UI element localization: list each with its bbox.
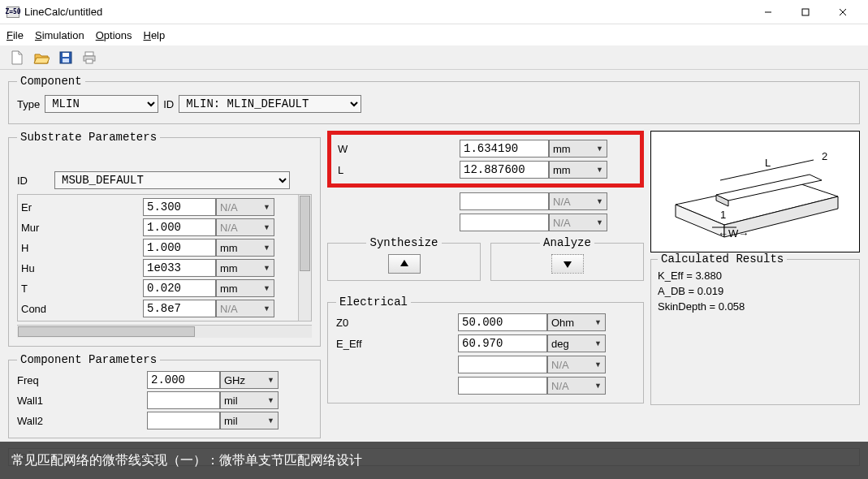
cp-unit-wall1[interactable]: mil▼ [220,391,279,409]
phys-unit-l[interactable]: mm▼ [549,161,607,179]
phys-value-w[interactable] [460,140,549,158]
elec-value-eeff[interactable] [458,334,547,352]
results-panel: Calculated Results K_Eff = 3.880 A_DB = … [650,259,860,405]
phys-name: L [338,164,460,176]
param-value-hu[interactable] [143,259,216,277]
elec-disabled-2 [458,377,547,395]
window-titlebar: Z=50 LineCalc/untitled [0,0,868,24]
analyze-button[interactable] [551,254,584,274]
param-unit-hu[interactable]: mm▼ [216,259,274,277]
microstrip-diagram: L 2 1 ←W→ [650,131,860,252]
substrate-id-label: ID [17,175,50,187]
phys-name: W [338,143,460,155]
component-id-select[interactable]: MLIN: MLIN_DEFAULT [179,95,361,113]
component-params-fieldset: Component Parameters Freq GHz▼ Wall1 mil… [8,353,321,438]
svg-rect-6 [63,58,69,63]
param-unit-mur[interactable]: N/A▼ [216,218,274,236]
substrate-vscroll[interactable] [298,195,311,321]
phys-unit-d2: N/A▼ [549,214,607,231]
analyze-fieldset: Analyze [490,236,644,281]
print-button[interactable] [80,47,101,68]
param-unit-er[interactable]: N/A▼ [216,198,274,216]
result-line: SkinDepth = 0.058 [658,300,853,313]
param-value-er[interactable] [143,198,216,216]
cp-value-freq[interactable] [147,371,220,389]
synthesize-button[interactable] [388,254,421,274]
window-title: LineCalc/untitled [24,6,749,18]
elec-unit-d2: N/A▼ [547,377,606,395]
svg-text:1: 1 [720,209,726,221]
menu-simulation[interactable]: Simulation [35,29,84,41]
substrate-hscroll[interactable] [17,325,312,338]
menu-options[interactable]: Options [96,29,132,41]
svg-rect-1 [802,9,809,15]
toolbar [0,45,868,70]
maximize-button[interactable] [787,0,824,24]
physical-highlight: W mm▼ L mm▼ [327,131,644,188]
open-file-button[interactable] [31,47,52,68]
phys-disabled-2 [460,214,549,231]
param-unit-cond[interactable]: N/A▼ [216,300,274,317]
param-value-h[interactable] [143,239,216,257]
phys-value-l[interactable] [460,161,549,179]
param-name: H [21,242,143,254]
elec-unit-eeff[interactable]: deg▼ [547,334,606,352]
menu-bar: File Simulation Options Help [0,24,868,45]
cp-value-wall1[interactable] [147,391,220,409]
results-legend: Calculated Results [658,252,787,265]
svg-rect-9 [86,59,93,63]
elec-unit-z0[interactable]: Ohm▼ [547,313,606,331]
component-legend: Component [17,75,85,88]
svg-rect-7 [85,52,93,56]
type-select[interactable]: MLIN [45,95,158,113]
result-line: A_DB = 0.019 [658,285,853,297]
id-label: ID [163,98,174,110]
cp-name: Wall1 [17,395,147,407]
synthesize-fieldset: Synthesize [327,236,481,281]
footer-caption: 常见匹配网络的微带线实现（一）：微带单支节匹配网络设计 [0,442,868,479]
new-file-button[interactable] [6,47,28,68]
param-name: T [21,283,143,295]
svg-text:2: 2 [822,150,827,162]
cp-name: Wall2 [17,415,147,427]
phys-unit-w[interactable]: mm▼ [549,140,607,158]
cp-unit-freq[interactable]: GHz▼ [220,371,279,389]
type-label: Type [17,98,40,110]
app-icon: Z=50 [6,6,19,18]
component-fieldset: Component Type MLIN ID MLIN: MLIN_DEFAUL… [8,75,860,124]
svg-text:L: L [765,157,771,169]
param-name: Cond [21,303,143,315]
save-file-button[interactable] [55,47,76,68]
electrical-legend: Electrical [336,296,411,309]
minimize-button[interactable] [749,0,787,24]
param-name: Er [21,201,143,214]
analyze-legend: Analyze [540,236,594,249]
cp-unit-wall2[interactable]: mil▼ [220,412,279,429]
elec-disabled-1 [458,356,547,373]
synthesize-legend: Synthesize [366,236,441,249]
substrate-legend: Substrate Parameters [17,131,160,144]
result-line: K_Eff = 3.880 [658,270,853,282]
substrate-fieldset: Substrate Parameters ID MSUB_DEFAULT Er … [8,131,321,347]
svg-rect-5 [63,53,69,57]
close-button[interactable] [824,0,862,24]
svg-text:←W→: ←W→ [718,227,749,240]
param-unit-t[interactable]: mm▼ [216,279,274,297]
param-name: Mur [21,222,143,234]
elec-unit-d1: N/A▼ [547,356,606,373]
menu-file[interactable]: File [6,29,24,41]
elec-name: E_Eff [336,338,458,350]
substrate-grid-frame: Er N/A▼ Mur N/A▼ H mm▼ Hu mm▼ T [17,194,312,321]
param-unit-h[interactable]: mm▼ [216,239,274,257]
component-params-legend: Component Parameters [17,353,160,366]
param-value-mur[interactable] [143,218,216,236]
substrate-id-select[interactable]: MSUB_DEFAULT [54,171,290,189]
menu-help[interactable]: Help [144,29,166,41]
elec-value-z0[interactable] [458,313,547,331]
electrical-fieldset: Electrical Z0 Ohm▼ E_Eff deg▼ N/A▼ N/A▼ [327,296,644,403]
param-value-cond[interactable] [143,300,216,317]
cp-value-wall2[interactable] [147,412,220,429]
param-name: Hu [21,262,143,274]
param-value-t[interactable] [143,279,216,297]
phys-unit-d1: N/A▼ [549,192,607,210]
